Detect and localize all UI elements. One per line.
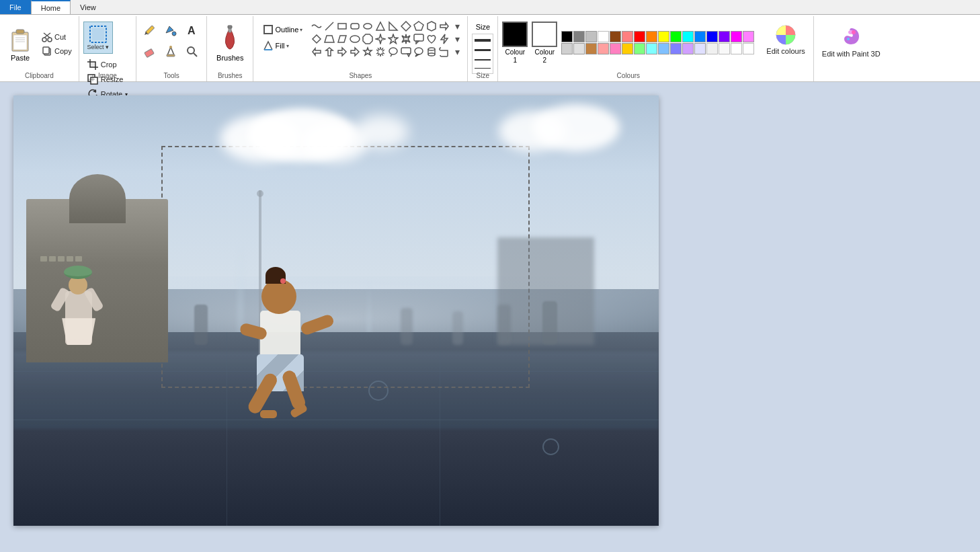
shape-rounded2[interactable] — [349, 33, 361, 45]
colour1-box[interactable] — [502, 22, 528, 47]
swatch-offwhite[interactable] — [706, 43, 718, 54]
swatch-white2[interactable] — [731, 43, 742, 54]
shape-lightning[interactable] — [438, 33, 450, 45]
svg-rect-13 — [92, 28, 104, 40]
swatch-silver[interactable] — [585, 31, 597, 42]
fill-dropdown[interactable]: Fill ▾ — [260, 39, 305, 52]
svg-marker-64 — [407, 54, 410, 56]
swatch-ltcyan[interactable] — [646, 43, 657, 54]
size-display[interactable] — [472, 34, 493, 74]
arrow-icon — [439, 21, 450, 32]
shape-star7[interactable] — [362, 46, 374, 58]
shape-pentagon[interactable] — [413, 20, 425, 32]
swatch-pink[interactable] — [743, 31, 754, 42]
shape-arrow-right2[interactable] — [349, 46, 361, 58]
tab-file[interactable]: File — [0, 0, 31, 14]
swatch-white3[interactable] — [743, 43, 754, 54]
shape-bubble[interactable] — [387, 46, 399, 58]
svg-marker-42 — [427, 22, 436, 31]
shape-more3[interactable]: ▾ — [451, 46, 463, 58]
pencil-button[interactable] — [140, 22, 158, 39]
shape-ellipse[interactable] — [362, 20, 374, 32]
brushes-button[interactable]: Brushes — [211, 22, 249, 65]
shape-bubble3[interactable] — [413, 46, 425, 58]
swatch-nearwhite[interactable] — [719, 43, 730, 54]
edit-colours-button[interactable]: Edit colours — [762, 22, 809, 58]
swatch-ltlavender[interactable] — [694, 43, 706, 54]
swatch-orange[interactable] — [646, 31, 657, 42]
shape-hexagon[interactable] — [425, 20, 438, 32]
swatch-magenta[interactable] — [731, 31, 742, 42]
shape-more2[interactable]: ▾ — [451, 33, 463, 45]
shape-arrow-up[interactable] — [323, 46, 335, 58]
swatch-black[interactable] — [561, 31, 573, 42]
swatch-cyan[interactable] — [682, 31, 694, 42]
shape-wave[interactable] — [311, 20, 323, 32]
shape-parallelogram[interactable] — [336, 33, 348, 45]
swatch-white[interactable] — [598, 31, 609, 42]
shape-star5[interactable] — [387, 33, 399, 45]
shape-callout1[interactable] — [413, 33, 425, 45]
swatch-lightred[interactable] — [622, 31, 633, 42]
shape-cylinder[interactable] — [425, 46, 438, 58]
swatch-darkblue[interactable] — [706, 31, 718, 42]
shape-rect[interactable] — [336, 20, 348, 32]
canvas-container[interactable] — [13, 95, 659, 526]
swatch-ltgray2[interactable] — [573, 43, 585, 54]
text-button[interactable]: A — [183, 22, 201, 39]
swatch-yellow[interactable] — [658, 31, 669, 42]
shape-rounded-rect[interactable] — [349, 20, 361, 32]
shape-right-triangle[interactable] — [387, 20, 399, 32]
colour2-box[interactable] — [532, 22, 557, 47]
shape-more[interactable]: ▾ — [451, 20, 463, 32]
shape-rhombus[interactable] — [311, 33, 323, 45]
swatch-blue[interactable] — [694, 31, 706, 42]
copy-button[interactable]: Copy — [39, 44, 75, 58]
swatch-salmon[interactable] — [598, 43, 609, 54]
swatch-skyblue[interactable] — [658, 43, 669, 54]
size-line-1[interactable] — [475, 68, 491, 69]
paint3d-button[interactable]: Edit with Paint 3D — [818, 22, 885, 61]
fill-button[interactable] — [162, 22, 179, 39]
shape-diamond[interactable] — [400, 20, 412, 32]
color-picker-button[interactable] — [162, 43, 179, 61]
swatch-gray[interactable] — [573, 31, 585, 42]
swatch-gold[interactable] — [622, 43, 633, 54]
shape-line[interactable] — [323, 20, 335, 32]
svg-point-65 — [415, 48, 423, 54]
crop-button[interactable]: Crop — [83, 58, 121, 71]
swatch-ltgray1[interactable] — [561, 43, 573, 54]
swatch-periwinkle[interactable] — [670, 43, 682, 54]
swatch-tan[interactable] — [585, 43, 597, 54]
size-line-4[interactable] — [475, 39, 491, 42]
cut-button[interactable]: Cut — [39, 30, 75, 44]
shape-arrow[interactable] — [438, 20, 450, 32]
tab-home[interactable]: Home — [31, 0, 71, 14]
magnifier-button[interactable] — [183, 43, 201, 61]
swatch-lime[interactable] — [670, 31, 682, 42]
paste-button[interactable]: Paste — [4, 26, 36, 63]
shape-star4[interactable] — [374, 33, 386, 45]
swatch-lavender[interactable] — [682, 43, 694, 54]
swatch-purple[interactable] — [719, 31, 730, 42]
shape-arrow-left2[interactable] — [336, 46, 348, 58]
shape-star6[interactable] — [400, 33, 412, 45]
shape-heart[interactable] — [425, 33, 438, 45]
size-line-3[interactable] — [475, 49, 491, 51]
swatch-brown[interactable] — [610, 31, 621, 42]
swatch-red[interactable] — [634, 31, 645, 42]
shape-explosion[interactable] — [374, 46, 386, 58]
shape-arrow-left[interactable] — [311, 46, 323, 58]
shape-bubble2[interactable] — [400, 46, 412, 58]
swatch-ltgreen[interactable] — [634, 43, 645, 54]
tab-view[interactable]: View — [71, 0, 106, 14]
shape-octagon[interactable] — [362, 33, 374, 45]
size-line-2[interactable] — [475, 59, 491, 61]
shape-triangle[interactable] — [374, 20, 386, 32]
select-button[interactable]: Select ▾ — [83, 22, 113, 54]
outline-dropdown[interactable]: Outline ▾ — [260, 23, 305, 36]
shape-scroll[interactable] — [438, 46, 450, 58]
eraser-button[interactable] — [140, 43, 158, 61]
swatch-hotpink[interactable] — [610, 43, 621, 54]
shape-trapezoid[interactable] — [323, 33, 335, 45]
